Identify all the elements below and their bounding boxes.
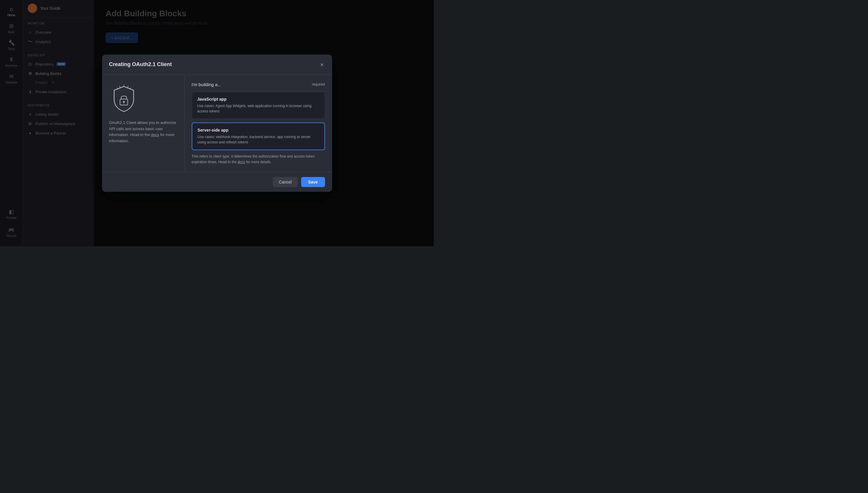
svg-line-4 (128, 86, 128, 88)
description-docs-link[interactable]: docs (151, 132, 159, 137)
section-label-row: I'm building a... required (192, 82, 325, 87)
modal-right-panel: I'm building a... required JavaScript ap… (185, 75, 332, 172)
modal-footer: Cancel Save (102, 172, 332, 192)
shield-icon-container (109, 84, 139, 114)
option-javascript-app[interactable]: JavaScript app Use cases: Agent App Widg… (192, 92, 325, 119)
save-button[interactable]: Save (301, 177, 325, 187)
option-server-side-app[interactable]: Server-side app Use cases: webhook integ… (192, 123, 325, 150)
shield-lock-icon (111, 85, 137, 113)
helper-text: This refers to client type. It determine… (192, 154, 325, 165)
modal-dialog: Creating OAuth2.1 Client × (102, 55, 332, 192)
option-server-desc: Use cases: webhook integration, backend … (198, 134, 319, 145)
modal-header: Creating OAuth2.1 Client × (102, 55, 332, 75)
option-server-title: Server-side app (198, 128, 319, 132)
app-container: ⌂ Home ⊞ Apps 🔧 Tools $ Revenue ✉ Review… (0, 0, 434, 246)
helper-docs-link[interactable]: docs (238, 160, 245, 164)
modal-left-panel: OAuth2.1 Client allows you to authorize … (102, 75, 185, 172)
modal-close-button[interactable]: × (319, 61, 325, 69)
section-label: I'm building a... (192, 82, 221, 87)
svg-rect-2 (123, 102, 124, 103)
modal-body: OAuth2.1 Client allows you to authorize … (102, 75, 332, 172)
svg-line-5 (119, 86, 120, 88)
helper-suffix: for more details. (245, 160, 271, 164)
option-javascript-title: JavaScript app (197, 97, 319, 102)
option-javascript-desc: Use cases: Agent App Widgets, web applic… (197, 103, 319, 114)
cancel-button[interactable]: Cancel (273, 177, 297, 187)
modal-overlay: Creating OAuth2.1 Client × (0, 0, 434, 246)
required-label: required (312, 82, 325, 86)
modal-description: OAuth2.1 Client allows you to authorize … (109, 120, 177, 144)
modal-title: Creating OAuth2.1 Client (109, 61, 172, 68)
